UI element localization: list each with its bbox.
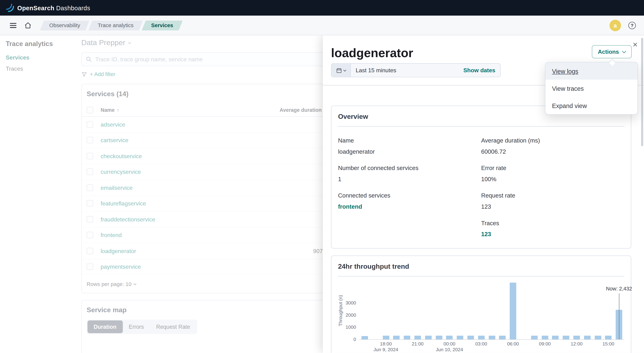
field-label (338, 219, 481, 227)
field-value: frontend (338, 202, 481, 211)
field-label: Average duration (ms) (481, 136, 624, 145)
flyout-scrollbar[interactable] (641, 38, 643, 146)
chevron-down-icon (622, 49, 626, 53)
menu-item-expand-view[interactable]: Expand view (545, 97, 637, 114)
show-dates-button[interactable]: Show dates (464, 67, 500, 74)
overview-field: Request rate123 (481, 192, 624, 211)
field-value: 123 (481, 230, 624, 238)
y-tick-label: 1000 (346, 325, 356, 330)
chart-bar (488, 336, 495, 339)
overview-field: Nameloadgenerator (338, 136, 481, 156)
chart-bar (531, 336, 538, 339)
overview-panel: Overview NameloadgeneratorAverage durati… (331, 106, 631, 248)
breadcrumb-trace-analytics[interactable]: Trace analytics (90, 20, 141, 30)
chart-bar (446, 336, 453, 339)
chart-bar (467, 336, 474, 339)
app-title: OpenSearch Dashboards (17, 4, 90, 11)
x-date-label: Jun 10, 2024 (436, 347, 463, 352)
x-tick-label: 06:00 (507, 341, 519, 346)
field-value: 100% (481, 175, 624, 183)
x-tick-label: 09:00 (539, 341, 551, 346)
breadcrumb-observability[interactable]: Observability (42, 20, 88, 30)
overview-field: Connected servicesfrontend (338, 192, 481, 211)
x-tick-label: 00:00 (444, 341, 455, 346)
x-tick-label: 03:00 (475, 341, 487, 346)
x-tick-label: 18:00 (380, 341, 392, 346)
chart-bar (510, 283, 516, 339)
x-tick-label: 12:00 (571, 341, 582, 346)
nav-bar: ObservabilityTrace analyticsServices a ? (0, 16, 644, 36)
divider (338, 276, 624, 276)
chart-bar (478, 336, 484, 339)
chart-bar (542, 336, 548, 339)
overview-field: Traces123 (481, 219, 624, 238)
date-range-label[interactable]: Last 15 minutes (351, 67, 464, 74)
opensearch-logo[interactable]: OpenSearch Dashboards (5, 3, 90, 12)
menu-icon[interactable] (6, 18, 20, 32)
field-label: Error rate (481, 164, 624, 172)
chart-bar (594, 336, 601, 339)
chart-bar (404, 336, 410, 339)
connected-services-link[interactable]: frontend (338, 203, 362, 210)
actions-menu-popover: View logsView tracesExpand view (545, 62, 638, 115)
chart-bar (552, 336, 559, 339)
field-label: Connected services (338, 192, 481, 200)
field-label: Number of connected services (338, 164, 481, 172)
overview-field: Error rate100% (481, 164, 624, 183)
actions-menu: View logsView tracesExpand view (545, 62, 637, 114)
chart-bar (425, 336, 432, 339)
home-icon[interactable] (20, 18, 35, 32)
overview-grid: NameloadgeneratorAverage duration (ms)60… (338, 136, 624, 238)
chart-bar (563, 336, 570, 339)
overview-field: Number of connected services1 (338, 164, 481, 183)
chart-bar (584, 336, 591, 339)
x-tick-label: 21:00 (412, 341, 424, 346)
chart-bar (382, 336, 389, 339)
overview-field (338, 219, 481, 238)
x-tick-label: 15:00 (602, 341, 614, 346)
actions-button[interactable]: Actions (592, 45, 632, 58)
traces-link[interactable]: 123 (481, 231, 491, 238)
chart-bar (393, 336, 400, 339)
field-label: Traces (481, 219, 624, 227)
y-tick-label: 0 (354, 337, 356, 342)
throughput-title: 24hr throughput trend (338, 262, 624, 270)
field-value: 1 (338, 175, 481, 183)
divider (338, 126, 624, 126)
throughput-panel: 24hr throughput trend Throughput (n) 010… (331, 256, 631, 353)
chart-bar (361, 336, 368, 339)
nav-right: a ? (610, 20, 638, 31)
menu-item-view-logs[interactable]: View logs (545, 62, 637, 80)
breadcrumbs: ObservabilityTrace analyticsServices (42, 20, 180, 30)
opensearch-logo-icon (5, 3, 14, 12)
avatar[interactable]: a (610, 20, 621, 31)
field-label: Name (338, 136, 481, 145)
field-value: 60006.72 (481, 148, 624, 156)
overview-field: Average duration (ms)60006.72 (481, 136, 624, 156)
now-annotation-label: Now: 2,432 (606, 286, 632, 292)
help-icon[interactable]: ? (628, 22, 636, 29)
field-value: 123 (481, 202, 624, 211)
y-axis-label: Throughput (n) (338, 295, 343, 326)
chart-bar (436, 336, 442, 339)
quick-select-button[interactable] (332, 64, 351, 77)
date-picker: Last 15 minutes Show dates (331, 63, 500, 77)
calendar-icon (336, 68, 342, 73)
chart-bar (574, 336, 580, 339)
hamburger-icon (10, 22, 16, 29)
y-tick-label: 3000 (346, 300, 356, 305)
top-header: OpenSearch Dashboards (0, 0, 644, 16)
chart-bar (605, 336, 612, 339)
menu-item-view-traces[interactable]: View traces (545, 80, 637, 97)
screen: OpenSearch Dashboards ObservabilityTrace… (0, 0, 644, 353)
y-tick-label: 2000 (346, 312, 356, 318)
now-marker-line (619, 293, 620, 339)
chart-bar (457, 336, 464, 339)
chart-bar (499, 336, 506, 339)
flyout-title: loadgenerator (331, 45, 632, 61)
trend-plot[interactable]: Throughput (n) 010002000300018:0021:0000… (360, 282, 624, 340)
field-label: Request rate (481, 192, 624, 200)
chart-bar (414, 336, 421, 339)
breadcrumb-services[interactable]: Services (144, 20, 180, 30)
chevron-down-icon (343, 68, 346, 71)
